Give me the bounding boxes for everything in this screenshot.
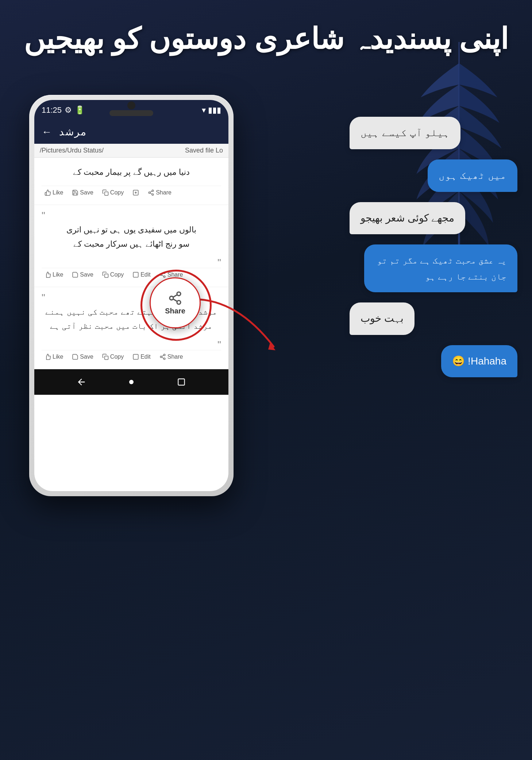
close-quote-2: " bbox=[42, 258, 221, 268]
chat-area: ہیلو آپ کیسے ہیں میں ٹھیک ہوں مجھے کوئی … bbox=[350, 117, 517, 377]
back-nav-button[interactable] bbox=[76, 377, 87, 387]
like-button-3[interactable]: Like bbox=[42, 352, 66, 362]
action-bar-2: Like Save Copy Edit bbox=[42, 268, 221, 281]
file-path: /Pictures/Urdu Status/ bbox=[40, 147, 104, 154]
edit-button-3[interactable]: Edit bbox=[130, 352, 154, 362]
app-title: مرشد bbox=[59, 126, 87, 138]
phone-mockup: 11:25 ⚙ 🔋 ▾ ▮▮▮ ← مرشد /Pictures/Urdu St… bbox=[29, 95, 234, 715]
like-button-2[interactable]: Like bbox=[42, 270, 66, 279]
status-signal-icon: ▮▮▮ bbox=[208, 105, 221, 115]
copy-label-3: Copy bbox=[110, 354, 124, 360]
poetry-card-2: " بالوں میں سفیدی یوں ہی تو نہیں اتری سو… bbox=[34, 205, 228, 287]
svg-rect-10 bbox=[105, 274, 108, 278]
recent-nav-icon bbox=[177, 377, 186, 387]
poetry-text-2: بالوں میں سفیدی یوں ہی تو نہیں اتری سو ر… bbox=[42, 221, 221, 253]
share-label-1: Share bbox=[156, 189, 171, 196]
svg-point-26 bbox=[177, 292, 181, 296]
recent-nav-button[interactable] bbox=[176, 377, 187, 387]
chat-message-5: بہت خوب bbox=[350, 302, 415, 335]
svg-rect-1 bbox=[105, 192, 108, 195]
nav-bar bbox=[34, 369, 228, 395]
open-quote-2: " bbox=[42, 211, 221, 221]
svg-line-9 bbox=[150, 191, 152, 192]
svg-point-19 bbox=[163, 354, 165, 356]
svg-line-22 bbox=[162, 357, 163, 358]
chat-message-1: ہیلو آپ کیسے ہیں bbox=[350, 117, 460, 149]
svg-point-7 bbox=[152, 194, 154, 196]
save-label-3: Save bbox=[80, 354, 93, 360]
like-label-3: Like bbox=[53, 354, 63, 360]
save-button-3[interactable]: Save bbox=[69, 352, 96, 362]
save-icon-2 bbox=[72, 271, 78, 278]
svg-point-13 bbox=[160, 274, 162, 276]
svg-point-5 bbox=[152, 190, 154, 192]
back-button[interactable]: ← bbox=[42, 126, 52, 138]
svg-point-28 bbox=[177, 300, 181, 304]
svg-rect-25 bbox=[178, 379, 185, 385]
edit-label-2: Edit bbox=[140, 271, 151, 278]
poetry-text-1: دنیا میں رہیں گے پر بیمار محبت کے bbox=[42, 163, 221, 181]
status-settings-icon: ⚙ bbox=[65, 105, 72, 115]
copy-button-2[interactable]: Copy bbox=[99, 270, 127, 279]
svg-point-12 bbox=[163, 272, 165, 274]
status-bar-left: 11:25 ⚙ 🔋 bbox=[42, 105, 85, 115]
share-icon-1 bbox=[148, 189, 154, 196]
share-icon-2 bbox=[159, 271, 166, 278]
save-icon-1 bbox=[72, 189, 78, 196]
status-bar-right: ▾ ▮▮▮ bbox=[202, 105, 221, 115]
chat-message-3: مجھے کوئی شعر بھیجو bbox=[350, 202, 465, 235]
page-title: اپنی پسندیدہ شاعری دوستوں کو بھیجیں bbox=[0, 22, 532, 56]
chat-message-6: Hahaha! 😄 bbox=[441, 345, 517, 378]
svg-line-8 bbox=[150, 193, 152, 194]
copy-label-2: Copy bbox=[110, 271, 124, 278]
save-button-1[interactable]: Save bbox=[69, 188, 96, 197]
path-bar: /Pictures/Urdu Status/ Saved file Lo bbox=[34, 144, 228, 158]
svg-point-27 bbox=[170, 296, 173, 300]
copy-button-1[interactable]: Copy bbox=[99, 188, 127, 197]
share-button-1[interactable]: Share bbox=[145, 188, 174, 197]
copy-icon-3 bbox=[102, 354, 109, 360]
phone-camera bbox=[127, 101, 135, 109]
chat-message-4: یہ عشق محبت ٹھیک ہے مگر تم تو جان بنتے ج… bbox=[364, 244, 517, 292]
back-nav-icon bbox=[76, 377, 86, 387]
home-nav-icon bbox=[127, 378, 136, 386]
edit-icon-3 bbox=[132, 354, 139, 360]
share-popup-icon bbox=[168, 291, 182, 305]
like-icon-2 bbox=[45, 271, 51, 278]
save-label-2: Save bbox=[80, 271, 93, 278]
edit-icon-2 bbox=[132, 271, 139, 278]
svg-point-14 bbox=[163, 276, 165, 278]
chat-message-2: میں ٹھیک ہوں bbox=[428, 159, 517, 192]
action-bar-1: Like Save Copy Share bbox=[42, 186, 221, 199]
svg-rect-18 bbox=[133, 354, 138, 359]
copy-label-1: Copy bbox=[110, 189, 124, 196]
share-popup: Share bbox=[150, 277, 201, 328]
svg-line-29 bbox=[173, 299, 177, 301]
svg-point-20 bbox=[160, 356, 162, 358]
like-icon-3 bbox=[45, 354, 51, 360]
copy-button-3[interactable]: Copy bbox=[99, 352, 127, 362]
svg-point-24 bbox=[129, 380, 134, 384]
copy-icon-2 bbox=[102, 271, 109, 278]
svg-line-15 bbox=[162, 275, 163, 276]
share-icon-3 bbox=[159, 354, 166, 360]
share-popup-label: Share bbox=[165, 307, 185, 315]
status-wifi-icon: ▾ bbox=[202, 105, 206, 115]
copy-icon-1 bbox=[102, 189, 109, 196]
like-button-1[interactable]: Like bbox=[42, 188, 66, 197]
edit-button-2[interactable]: Edit bbox=[130, 270, 154, 279]
svg-point-21 bbox=[163, 358, 165, 360]
save-label-1: Save bbox=[80, 189, 93, 196]
svg-rect-11 bbox=[133, 272, 138, 277]
like-icon-1 bbox=[45, 189, 51, 196]
phone-speaker bbox=[109, 110, 153, 116]
saved-label: Saved file Lo bbox=[185, 147, 223, 154]
svg-line-23 bbox=[162, 355, 163, 356]
status-battery-icon: 🔋 bbox=[75, 105, 85, 115]
like-label-2: Like bbox=[53, 271, 63, 278]
edit-button-1[interactable] bbox=[130, 188, 142, 197]
poetry-card-1: دنیا میں رہیں گے پر بیمار محبت کے Like S… bbox=[34, 158, 228, 205]
svg-line-30 bbox=[173, 294, 177, 297]
home-nav-button[interactable] bbox=[126, 377, 137, 387]
save-button-2[interactable]: Save bbox=[69, 270, 96, 279]
